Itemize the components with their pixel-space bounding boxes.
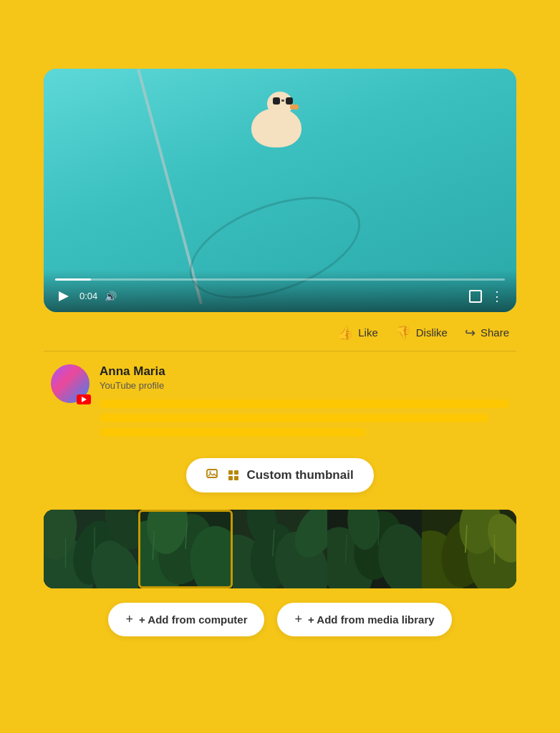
custom-thumbnail-label: Custom thumbnail xyxy=(246,468,353,482)
custom-thumbnail-button[interactable]: Custom thumbnail xyxy=(186,458,373,492)
controls-row: 0:04 🔊 ⋮ xyxy=(55,288,505,305)
svg-rect-2 xyxy=(228,470,233,475)
add-computer-label: + Add from computer xyxy=(139,613,248,626)
thumbnail-image-3 xyxy=(233,510,327,588)
svg-rect-3 xyxy=(234,470,238,475)
thumbnail-item-2[interactable] xyxy=(138,510,233,588)
thumbnail-strip xyxy=(44,510,516,588)
controls-right: ⋮ xyxy=(469,288,505,304)
desc-line-3 xyxy=(100,428,366,437)
svg-point-1 xyxy=(210,471,211,472)
plus-icon-computer: + xyxy=(125,612,133,627)
description-lines xyxy=(100,399,509,437)
action-bar: 👍 Like 👎 Dislike ↪ Share xyxy=(44,312,516,351)
avatar-wrap xyxy=(51,364,90,403)
svg-rect-0 xyxy=(207,470,217,477)
grid-icon xyxy=(228,470,239,481)
duck-beak xyxy=(290,105,299,110)
video-controls: 0:04 🔊 ⋮ xyxy=(44,270,516,312)
thumbnail-item-4[interactable] xyxy=(327,510,422,588)
like-icon: 👍 xyxy=(337,325,353,341)
profile-subtitle: YouTube profile xyxy=(100,380,509,391)
plus-icon-library: + xyxy=(294,612,302,627)
add-from-computer-button[interactable]: + + Add from computer xyxy=(108,603,264,636)
share-label: Share xyxy=(481,326,509,339)
controls-left: 0:04 🔊 xyxy=(55,288,117,305)
thumbnail-icon xyxy=(206,469,239,481)
like-button[interactable]: 👍 Like xyxy=(337,325,378,341)
sunglasses-bridge xyxy=(281,99,284,102)
duck-head xyxy=(267,92,293,116)
profile-info: Anna Maria YouTube profile xyxy=(100,364,509,437)
sunglasses-left-lens xyxy=(273,97,280,105)
youtube-badge xyxy=(77,394,91,404)
profile-section: Anna Maria YouTube profile xyxy=(44,364,516,451)
video-player[interactable]: 0:04 🔊 ⋮ xyxy=(44,69,516,312)
bottom-buttons: + + Add from computer + + Add from media… xyxy=(108,603,451,636)
desc-line-1 xyxy=(100,399,509,408)
dislike-label: Dislike xyxy=(416,326,448,339)
thumbnail-item-5[interactable] xyxy=(422,510,516,588)
image-icon xyxy=(206,469,222,481)
desc-line-2 xyxy=(100,414,488,422)
thumbnail-item-1[interactable] xyxy=(44,510,138,588)
divider xyxy=(44,351,516,351)
dislike-icon: 👎 xyxy=(395,325,411,341)
progress-bar[interactable] xyxy=(55,278,505,281)
volume-icon[interactable]: 🔊 xyxy=(105,291,117,302)
duck-sunglasses xyxy=(273,97,293,105)
add-library-label: + Add from media library xyxy=(308,613,435,626)
like-label: Like xyxy=(358,326,378,339)
youtube-play-icon xyxy=(82,397,87,402)
sunglasses-right-lens xyxy=(286,97,293,105)
duck-character xyxy=(251,90,309,147)
main-card: 0:04 🔊 ⋮ 👍 Like 👎 Dislike ↪ Share xyxy=(44,69,516,665)
add-from-library-button[interactable]: + + Add from media library xyxy=(277,603,451,636)
thumbnail-item-3[interactable] xyxy=(233,510,327,588)
play-icon xyxy=(59,291,69,301)
progress-fill xyxy=(55,278,91,281)
thumbnail-image-4 xyxy=(327,510,422,588)
profile-name: Anna Maria xyxy=(100,364,509,379)
dislike-button[interactable]: 👎 Dislike xyxy=(395,325,448,341)
video-time: 0:04 xyxy=(79,291,97,301)
share-icon: ↪ xyxy=(465,325,475,341)
play-button[interactable] xyxy=(55,288,72,305)
fullscreen-icon[interactable] xyxy=(469,290,482,303)
thumbnail-image-1 xyxy=(44,510,138,588)
thumbnail-image-5 xyxy=(422,510,516,588)
share-button[interactable]: ↪ Share xyxy=(465,325,509,341)
more-options-icon[interactable]: ⋮ xyxy=(491,288,505,304)
thumbnail-image-2 xyxy=(138,510,233,588)
svg-rect-4 xyxy=(228,476,233,480)
svg-rect-5 xyxy=(234,476,238,480)
